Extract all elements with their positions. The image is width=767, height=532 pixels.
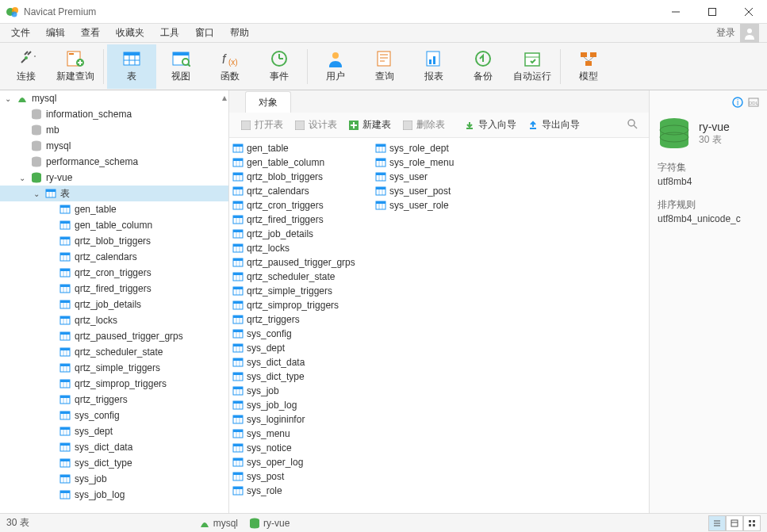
table-item[interactable]: sys_menu [229, 427, 372, 441]
tree-caret-icon[interactable] [17, 157, 27, 166]
tree-table-item[interactable]: qrtz_fired_triggers [0, 281, 228, 297]
open-table-button[interactable]: 打开表 [236, 116, 288, 134]
toolbar-view-button[interactable]: 视图 [156, 44, 205, 89]
tree-caret-icon[interactable] [46, 268, 56, 277]
table-item[interactable]: qrtz_cron_triggers [229, 198, 372, 212]
tree-table-item[interactable]: sys_dict_data [0, 439, 228, 455]
tree-caret-icon[interactable] [46, 442, 56, 452]
menu-item[interactable]: 帮助 [222, 24, 257, 42]
tree-table-item[interactable]: qrtz_job_details [0, 297, 228, 312]
tree-caret-icon[interactable] [17, 109, 27, 119]
toolbar-user-button[interactable]: 用户 [311, 44, 360, 89]
toolbar-table-button[interactable]: 表 [107, 44, 156, 89]
table-item[interactable]: qrtz_job_details [229, 227, 372, 241]
table-item[interactable]: sys_config [229, 327, 372, 341]
tree-caret-icon[interactable] [46, 284, 56, 293]
table-item[interactable]: sys_user_role [372, 198, 515, 212]
table-item[interactable]: sys_job_log [229, 398, 372, 412]
grid-view-button[interactable] [743, 515, 761, 531]
search-button[interactable] [622, 118, 642, 132]
table-item[interactable]: sys_role_menu [372, 155, 515, 170]
toolbar-fx-button[interactable]: f(x)函数 [205, 44, 255, 89]
tree-table-item[interactable]: qrtz_simple_triggers [0, 360, 228, 376]
tree-caret-icon[interactable] [46, 252, 56, 262]
tree-caret-icon[interactable] [17, 141, 27, 151]
tree-tables-node[interactable]: ⌄表 [0, 186, 228, 201]
tree-caret-icon[interactable] [46, 316, 56, 325]
new-table-button[interactable]: 新建表 [343, 116, 396, 134]
design-table-button[interactable]: 设计表 [290, 116, 342, 134]
close-button[interactable] [731, 0, 767, 24]
table-item[interactable]: qrtz_blob_triggers [229, 170, 372, 184]
menu-item[interactable]: 工具 [152, 24, 187, 42]
minimize-button[interactable] [658, 0, 694, 24]
tree-table-item[interactable]: qrtz_cron_triggers [0, 265, 228, 281]
list-view-button[interactable] [708, 515, 726, 531]
tree-table-item[interactable]: sys_job [0, 471, 228, 487]
table-item[interactable]: qrtz_simprop_triggers [229, 298, 372, 312]
tree-database[interactable]: information_schema [0, 106, 228, 122]
tab-objects[interactable]: 对象 [245, 91, 291, 113]
tree-table-item[interactable]: qrtz_locks [0, 312, 228, 328]
tree-caret-icon[interactable]: ⌄ [17, 173, 27, 182]
detail-view-button[interactable] [726, 515, 743, 531]
toolbar-plug-button[interactable]: 连接 [2, 44, 51, 89]
table-item[interactable]: sys_user [372, 170, 515, 184]
tree-caret-icon[interactable] [17, 125, 27, 135]
tree-table-item[interactable]: sys_dept [0, 423, 228, 439]
maximize-button[interactable] [694, 0, 731, 24]
menu-item[interactable]: 窗口 [187, 24, 222, 42]
toolbar-event-button[interactable]: 事件 [255, 44, 304, 89]
table-item[interactable]: sys_notice [229, 441, 372, 455]
table-item[interactable]: qrtz_fired_triggers [229, 212, 372, 227]
table-item[interactable]: gen_table_column [229, 155, 372, 170]
table-item[interactable]: sys_post [229, 469, 372, 484]
tree-caret-icon[interactable] [46, 300, 56, 309]
menu-item[interactable]: 编辑 [38, 24, 73, 42]
tree-caret-icon[interactable] [46, 379, 56, 388]
tree-caret-icon[interactable] [46, 220, 56, 230]
table-item[interactable]: gen_table [229, 141, 372, 155]
toolbar-query-button[interactable]: 查询 [360, 44, 409, 89]
tree-caret-icon[interactable] [46, 490, 56, 499]
tree-table-item[interactable]: qrtz_simprop_triggers [0, 376, 228, 392]
table-item[interactable]: qrtz_scheduler_state [229, 270, 372, 284]
export-wizard-button[interactable]: 导出向导 [523, 116, 585, 134]
tree-caret-icon[interactable] [46, 347, 56, 357]
tree-table-item[interactable]: qrtz_paused_trigger_grps [0, 328, 228, 344]
table-item[interactable]: qrtz_paused_trigger_grps [229, 255, 372, 270]
ddl-icon[interactable]: DDL [748, 97, 759, 110]
table-item[interactable]: sys_role [229, 484, 372, 498]
table-item[interactable]: sys_role_dept [372, 141, 515, 155]
tree-table-item[interactable]: sys_job_log [0, 487, 228, 503]
tree-caret-icon[interactable] [46, 411, 56, 420]
table-item[interactable]: sys_dict_data [229, 355, 372, 369]
tree-table-item[interactable]: sys_config [0, 408, 228, 423]
menu-item[interactable]: 查看 [73, 24, 108, 42]
toolbar-report-button[interactable]: 报表 [409, 44, 458, 89]
table-item[interactable]: sys_user_post [372, 184, 515, 198]
menu-item[interactable]: 文件 [3, 24, 38, 42]
tree-caret-icon[interactable] [46, 331, 56, 341]
tree-caret-icon[interactable] [46, 205, 56, 214]
tree-caret-icon[interactable]: ⌄ [32, 189, 41, 198]
toolbar-backup-button[interactable]: 备份 [458, 44, 508, 89]
toolbar-newquery-button[interactable]: 新建查询 [51, 44, 100, 89]
table-item[interactable]: qrtz_triggers [229, 312, 372, 327]
tree-database[interactable]: mysql [0, 138, 228, 154]
login-area[interactable]: 登录 [716, 24, 764, 43]
delete-table-button[interactable]: 删除表 [397, 116, 450, 134]
tree-table-item[interactable]: sys_dict_type [0, 455, 228, 471]
table-item[interactable]: qrtz_calendars [229, 184, 372, 198]
table-item[interactable]: qrtz_locks [229, 241, 372, 255]
table-item[interactable]: qrtz_simple_triggers [229, 284, 372, 298]
tree-table-item[interactable]: qrtz_triggers [0, 392, 228, 408]
table-item[interactable]: sys_dept [229, 341, 372, 355]
info-icon[interactable]: i [732, 97, 743, 110]
tree-caret-icon[interactable] [46, 363, 56, 373]
tree-caret-icon[interactable] [46, 427, 56, 436]
tree-table-item[interactable]: qrtz_blob_triggers [0, 233, 228, 249]
tree-caret-icon[interactable] [46, 236, 56, 246]
tree-connection[interactable]: ⌄mysql [0, 90, 228, 106]
tree-caret-icon[interactable] [46, 474, 56, 484]
